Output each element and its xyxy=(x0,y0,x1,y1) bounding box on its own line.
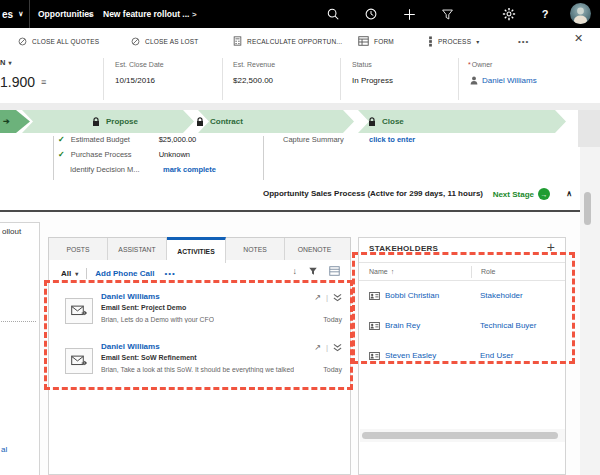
close-icon[interactable]: ✕ xyxy=(574,33,583,44)
field-label-est-close-date: Est. Close Date xyxy=(115,61,164,68)
stakeholder-role-link[interactable]: Stakeholder xyxy=(480,291,523,300)
breadcrumb-record[interactable]: New feature rollout ... xyxy=(103,0,189,28)
column-header-name[interactable]: Name ↑ xyxy=(369,268,394,275)
horizontal-scrollbar-track[interactable] xyxy=(360,429,565,442)
app-switcher[interactable]: es ∨ xyxy=(0,0,30,28)
search-icon[interactable] xyxy=(324,5,342,23)
next-stage-button[interactable]: Next Stage → xyxy=(493,188,550,200)
stakeholder-row: Brain Rey Technical Buyer xyxy=(359,312,565,342)
grid-view-icon[interactable] xyxy=(329,266,340,276)
divider xyxy=(103,58,104,100)
stage-arrow-icon: ➔ xyxy=(3,110,10,133)
tab-onenote[interactable]: ONENOTE xyxy=(285,238,344,260)
divider xyxy=(222,58,223,100)
required-mark: * xyxy=(468,61,471,68)
user-avatar[interactable] xyxy=(570,3,591,24)
divider xyxy=(0,321,36,322)
open-record-icon[interactable]: ↗ xyxy=(314,343,321,352)
stakeholder-name-link[interactable]: Steven Easley xyxy=(369,351,436,360)
breadcrumb-separator-2: > xyxy=(192,0,197,28)
open-record-icon[interactable]: ↗ xyxy=(314,293,321,302)
activity-date: Today xyxy=(323,366,342,373)
recent-icon[interactable] xyxy=(362,5,380,23)
collapse-chevron-icon[interactable]: ∧ xyxy=(566,189,572,198)
activity-preview: Brian, Take a look at this SoW. It shoul… xyxy=(101,366,294,373)
vertical-scrollbar-thumb[interactable] xyxy=(584,192,591,225)
tab-notes[interactable]: NOTES xyxy=(226,238,285,260)
app-label: es xyxy=(2,9,13,20)
activity-date: Today xyxy=(323,316,342,323)
process-stage-bar: ➔ Propose Contract Close xyxy=(0,110,580,133)
activity-filter-dropdown[interactable]: All ▾ xyxy=(61,269,78,278)
activity-item-email-1[interactable]: Daniel Williams Email Sent: Project Demo… xyxy=(49,292,350,336)
header-partial-dropdown[interactable]: N ▾ xyxy=(0,58,11,67)
stakeholder-row: Bobbi Christian Stakeholder xyxy=(359,282,565,312)
step-label-estimated-budget: Estimated Budget xyxy=(71,135,153,144)
lines-icon: ≡ xyxy=(41,77,46,87)
process-stage-details: ✓ Estimated Budget $25,000.00 ✓ Purchase… xyxy=(0,133,580,183)
recalculate-opportunity-button[interactable]: RECALCULATE OPPORTUN... xyxy=(233,28,342,54)
step-value-purchase-process[interactable]: Unknown xyxy=(159,150,190,159)
activity-sender-link[interactable]: Daniel Williams xyxy=(101,342,160,351)
help-icon[interactable]: ? xyxy=(536,5,554,23)
field-label-est-revenue: Est. Revenue xyxy=(233,61,275,68)
breadcrumb-opportunities[interactable]: Opportunities xyxy=(38,0,94,28)
field-value-est-revenue[interactable]: $22,500.00 xyxy=(233,76,273,85)
add-phone-call-button[interactable]: Add Phone Call xyxy=(95,269,154,278)
process-button[interactable]: PROCESS ▾ xyxy=(428,28,479,54)
process-icon xyxy=(428,36,433,47)
overflow-menu-button[interactable]: ••• xyxy=(518,28,529,54)
activities-toolbar: All ▾ Add Phone Call ••• ↓ xyxy=(49,260,350,286)
partial-link[interactable]: al xyxy=(1,445,7,454)
form-icon xyxy=(358,36,369,46)
toolbar-overflow-button[interactable]: ••• xyxy=(164,269,175,278)
add-icon[interactable] xyxy=(400,5,418,23)
stage-propose-label: Propose xyxy=(92,110,138,133)
stakeholder-role-link[interactable]: End User xyxy=(480,351,513,360)
process-footer: Opportunity Sales Process (Active for 29… xyxy=(0,183,580,207)
activity-subject: Email Sent: Project Demo xyxy=(101,304,186,311)
filter-funnel-icon[interactable] xyxy=(308,266,318,276)
activity-item-email-2[interactable]: Daniel Williams Email Sent: SoW Refineme… xyxy=(49,342,350,386)
settings-gear-icon[interactable] xyxy=(500,5,518,23)
prohibit-icon xyxy=(131,37,140,46)
next-stage-arrow-icon: → xyxy=(538,188,550,200)
chevron-down-icon: ▾ xyxy=(476,38,479,45)
top-nav-bar: es ∨ Opportunities > New feature rollout… xyxy=(0,0,600,28)
summary-column-clipped: ollout al xyxy=(0,222,40,475)
divider: | xyxy=(326,343,328,352)
click-to-enter-link[interactable]: click to enter xyxy=(369,135,415,144)
field-value-est-close-date[interactable]: 10/15/2016 xyxy=(115,76,155,85)
stage-close-label: Close xyxy=(368,110,404,133)
field-value-owner[interactable]: Daniel Williams xyxy=(470,76,537,85)
expand-double-chevron-icon[interactable] xyxy=(333,343,342,352)
horizontal-scrollbar-thumb[interactable] xyxy=(362,432,558,439)
tab-posts[interactable]: POSTS xyxy=(49,238,108,260)
close-all-quotes-button[interactable]: CLOSE ALL QUOTES xyxy=(18,28,99,54)
activity-sender-link[interactable]: Daniel Williams xyxy=(101,292,160,301)
tab-activities[interactable]: ACTIVITIES xyxy=(167,237,226,263)
sort-ascending-icon: ↑ xyxy=(391,268,395,275)
stakeholder-role-link[interactable]: Technical Buyer xyxy=(480,321,536,330)
add-stakeholder-button[interactable]: + xyxy=(547,240,555,254)
filter-icon[interactable] xyxy=(438,5,456,23)
chevron-down-icon: ∨ xyxy=(18,10,23,18)
header-partial-value[interactable]: 1.900 ≡ xyxy=(0,74,46,90)
stakeholder-name-link[interactable]: Brain Rey xyxy=(369,321,420,330)
stakeholder-name-link[interactable]: Bobbi Christian xyxy=(369,291,439,300)
step-value-estimated-budget[interactable]: $25,000.00 xyxy=(159,135,197,144)
expand-double-chevron-icon[interactable] xyxy=(333,293,342,302)
command-bar: CLOSE ALL QUOTES CLOSE AS LOST RECALCULA… xyxy=(0,28,600,55)
form-button[interactable]: FORM xyxy=(358,28,394,54)
sort-arrow-icon[interactable]: ↓ xyxy=(293,266,298,276)
app-window: es ∨ Opportunities > New feature rollout… xyxy=(0,0,600,475)
step-label-identify-decision: Identify Decision M... xyxy=(70,165,157,174)
column-header-role[interactable]: Role xyxy=(471,266,495,278)
stakeholder-row: Steven Easley End User xyxy=(359,342,565,372)
field-label-status: Status xyxy=(352,61,372,68)
mark-complete-link[interactable]: mark complete xyxy=(163,165,216,174)
close-as-lost-button[interactable]: CLOSE AS LOST xyxy=(131,28,199,54)
step-label-purchase-process: Purchase Process xyxy=(71,150,153,159)
field-value-status[interactable]: In Progress xyxy=(352,76,393,85)
tab-assistant[interactable]: ASSISTANT xyxy=(108,238,167,260)
